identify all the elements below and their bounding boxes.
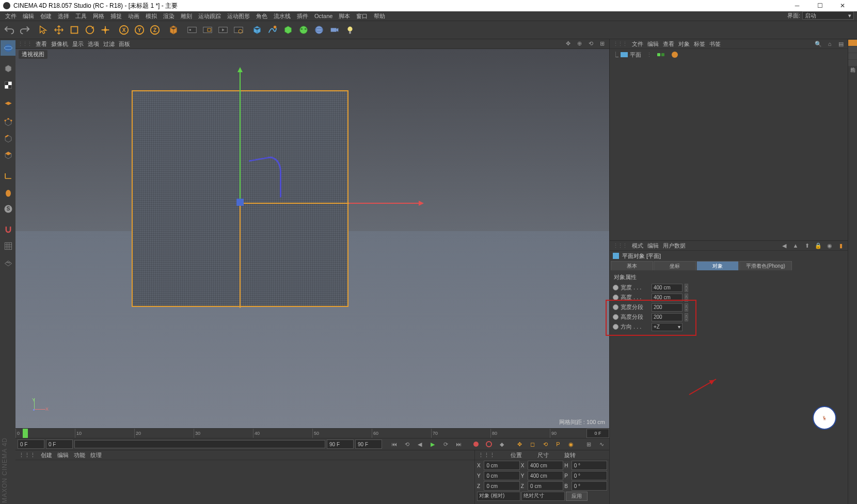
- spline-button[interactable]: [265, 23, 280, 37]
- anim-toggle[interactable]: [613, 324, 618, 330]
- object-name[interactable]: 平面: [630, 51, 641, 59]
- anim-toggle[interactable]: [613, 295, 618, 300]
- grip-icon[interactable]: ⋮⋮⋮: [478, 452, 495, 459]
- filter-icon[interactable]: ▤: [837, 40, 845, 47]
- grip-icon[interactable]: ⋮⋮⋮: [18, 41, 31, 47]
- axis-mode-button[interactable]: [1, 168, 16, 184]
- psr-button[interactable]: [98, 23, 113, 37]
- timeline-window-button[interactable]: ⊞: [583, 439, 594, 449]
- attr-tab-coord[interactable]: 坐标: [654, 261, 696, 270]
- side-tab-2[interactable]: 层次: [848, 46, 857, 53]
- viewport-move-icon[interactable]: ✥: [566, 40, 573, 47]
- snap-mode-button[interactable]: S: [1, 201, 16, 217]
- magnet-button[interactable]: [1, 222, 16, 237]
- history-up-icon[interactable]: ⬆: [803, 242, 811, 249]
- view-menu-display[interactable]: 显示: [72, 40, 84, 48]
- view-menu-panel[interactable]: 面板: [119, 40, 130, 48]
- expand-icon[interactable]: ⎿: [613, 52, 618, 58]
- side-tab-4[interactable]: 构造: [848, 60, 857, 66]
- model-mode-button[interactable]: [1, 40, 16, 56]
- new-window-icon[interactable]: ◉: [826, 242, 833, 249]
- height-segments-field[interactable]: 200: [652, 313, 683, 321]
- timeline-track[interactable]: [74, 440, 325, 448]
- environment-button[interactable]: [312, 23, 326, 37]
- keyframe-sel-button[interactable]: ◆: [496, 439, 507, 449]
- render-view-button[interactable]: [185, 23, 199, 37]
- undo-button[interactable]: [2, 23, 17, 37]
- coord-mode-select[interactable]: 对象 (相对): [477, 492, 520, 501]
- render-pv-button[interactable]: [216, 23, 230, 37]
- menu-sculpt[interactable]: 雕刻: [178, 11, 195, 21]
- viewport-maximize-icon[interactable]: ⊞: [600, 40, 607, 47]
- viewport-zoom-icon[interactable]: ⊕: [577, 40, 584, 47]
- size-z-field[interactable]: 0 cm: [528, 481, 563, 491]
- mat-menu-function[interactable]: 功能: [74, 451, 85, 459]
- redo-button[interactable]: [18, 23, 32, 37]
- rot-h-field[interactable]: 0 °: [572, 461, 607, 470]
- menu-mesh[interactable]: 网格: [90, 11, 107, 21]
- menu-mograph[interactable]: 运动图形: [224, 11, 253, 21]
- z-axis-button[interactable]: Z: [148, 23, 162, 37]
- obj-menu-file[interactable]: 文件: [632, 40, 643, 48]
- rotate-button[interactable]: [83, 23, 97, 37]
- object-mode-button[interactable]: [1, 61, 16, 76]
- menu-animate[interactable]: 动画: [125, 11, 142, 21]
- visibility-editor-toggle[interactable]: [657, 53, 660, 56]
- size-x-field[interactable]: 400 cm: [528, 461, 563, 470]
- play-back-button[interactable]: ◀: [414, 439, 425, 449]
- menu-select[interactable]: 选择: [55, 11, 72, 21]
- autokey-button[interactable]: [483, 439, 495, 449]
- pos-z-field[interactable]: 0 cm: [484, 481, 519, 491]
- rec-pla-button[interactable]: ◉: [565, 439, 577, 449]
- attr-tab-object[interactable]: 对象: [696, 261, 739, 270]
- rot-b-field[interactable]: 0 °: [572, 481, 607, 491]
- timeline-end-field[interactable]: 0 F: [586, 429, 609, 438]
- grip-icon[interactable]: ⋮⋮⋮: [19, 452, 36, 459]
- frame-current-field[interactable]: 0 F: [46, 440, 73, 449]
- object-y-handle[interactable]: [240, 202, 241, 308]
- primitive-cube-button[interactable]: [250, 23, 264, 37]
- menu-snap[interactable]: 捕捉: [107, 11, 125, 21]
- menu-window[interactable]: 窗口: [353, 11, 371, 21]
- attr-menu-edit[interactable]: 编辑: [647, 242, 659, 250]
- frame-b-field[interactable]: 90 F: [355, 440, 382, 449]
- menu-edit[interactable]: 编辑: [20, 11, 37, 21]
- play-button[interactable]: ▶: [427, 439, 438, 449]
- coord-system-button[interactable]: [166, 23, 181, 37]
- pos-y-field[interactable]: 0 cm: [484, 471, 519, 480]
- texture-mode-button[interactable]: [1, 77, 16, 93]
- attr-tab-basic[interactable]: 基本: [611, 261, 653, 270]
- height-field[interactable]: 400 cm: [652, 294, 683, 302]
- rec-scale-button[interactable]: ◻: [527, 439, 538, 449]
- history-back-icon[interactable]: ◀: [781, 242, 788, 249]
- light-button[interactable]: [343, 23, 357, 37]
- view-menu-options[interactable]: 选项: [88, 40, 99, 48]
- menu-pipeline[interactable]: 流水线: [271, 11, 294, 21]
- attr-menu-mode[interactable]: 模式: [632, 242, 643, 250]
- window-close-button[interactable]: ✕: [831, 0, 854, 11]
- mat-menu-texture[interactable]: 纹理: [90, 451, 102, 459]
- menu-tracker[interactable]: 运动跟踪: [195, 11, 224, 21]
- deformer-button[interactable]: [296, 23, 311, 37]
- obj-menu-object[interactable]: 对象: [678, 40, 690, 48]
- history-fwd-icon[interactable]: ▲: [792, 242, 799, 249]
- coord-apply-button[interactable]: 应用: [566, 492, 588, 501]
- width-field[interactable]: 400 cm: [652, 284, 683, 292]
- menu-tools[interactable]: 工具: [72, 11, 90, 21]
- prev-key-button[interactable]: ⟲: [401, 439, 412, 449]
- move-button[interactable]: [52, 23, 66, 37]
- y-axis-button[interactable]: Y: [132, 23, 147, 37]
- menu-simulate[interactable]: 模拟: [142, 11, 160, 21]
- timeline-ruler[interactable]: 0 10 20 30 40 50 60 70 80 90 0 F: [15, 428, 609, 438]
- goto-end-button[interactable]: ⏭: [453, 439, 464, 449]
- render-region-button[interactable]: [200, 23, 215, 37]
- menu-create[interactable]: 创建: [37, 11, 55, 21]
- grip-icon[interactable]: ⋮⋮⋮: [613, 41, 627, 47]
- attr-menu-userdata[interactable]: 用户数据: [663, 242, 686, 250]
- obj-menu-bookmarks[interactable]: 书签: [709, 40, 721, 48]
- view-menu-camera[interactable]: 摄像机: [51, 40, 68, 48]
- obj-menu-edit[interactable]: 编辑: [647, 40, 659, 48]
- rot-p-field[interactable]: 0 °: [572, 471, 607, 480]
- object-x-handle[interactable]: [241, 203, 349, 204]
- object-row-plane[interactable]: ⎿ 平面 ⋮: [611, 50, 847, 59]
